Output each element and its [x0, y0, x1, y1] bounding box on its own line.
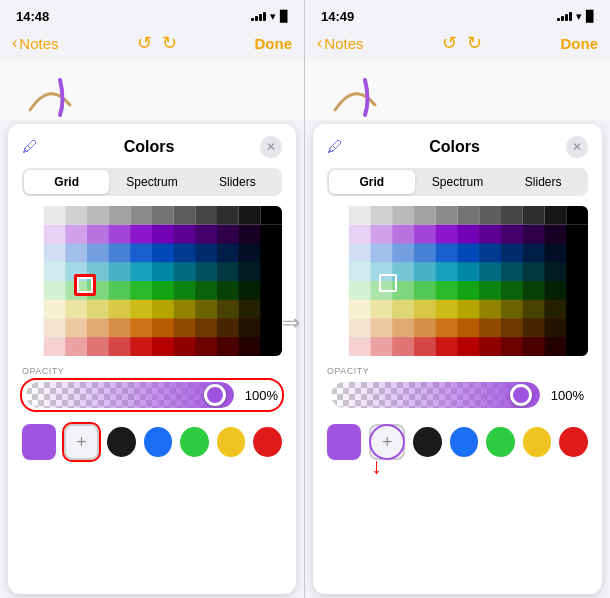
tab-spectrum-right[interactable]: Spectrum — [415, 170, 501, 194]
color-picker-right: 🖊 Colors ✕ Grid Spectrum Sliders OPACITY… — [313, 124, 602, 594]
tab-sliders-left[interactable]: Sliders — [195, 170, 280, 194]
picker-icon-right: 🖊 — [327, 138, 343, 156]
opacity-thumb-left[interactable] — [204, 384, 226, 406]
left-phone-panel: 14:48 ▾ ▉ ‹ Notes ↺ ↻ Done — [0, 0, 305, 598]
signal-bars-right — [557, 11, 572, 21]
swatch-purple-right[interactable] — [327, 424, 361, 460]
canvas-strokes-left — [0, 60, 304, 120]
add-swatch-button-right[interactable]: + — [369, 424, 405, 460]
status-bar-left: 14:48 ▾ ▉ — [0, 0, 304, 28]
undo-icon-right[interactable]: ↺ — [442, 32, 457, 54]
close-button-left[interactable]: ✕ — [260, 136, 282, 158]
signal-bars-left — [251, 11, 266, 21]
back-chevron-right: ‹ — [317, 34, 322, 52]
swatch-yellow-right[interactable] — [523, 427, 552, 457]
swatch-blue-right[interactable] — [450, 427, 479, 457]
opacity-gradient-left — [26, 382, 234, 408]
wifi-icon-left: ▾ — [270, 10, 276, 23]
swatches-row-left: + — [22, 424, 282, 460]
opacity-slider-left[interactable] — [26, 382, 234, 408]
picker-tabs-left: Grid Spectrum Sliders — [22, 168, 282, 196]
swatch-yellow-left[interactable] — [217, 427, 246, 457]
opacity-value-left: 100% — [242, 388, 278, 403]
status-time-left: 14:48 — [16, 9, 49, 24]
battery-icon-left: ▉ — [280, 10, 288, 23]
opacity-label-right: OPACITY — [327, 366, 588, 376]
redo-icon-left[interactable]: ↻ — [162, 32, 177, 54]
nav-bar-right: ‹ Notes ↺ ↻ Done — [305, 28, 610, 60]
opacity-label-left: OPACITY — [22, 366, 282, 376]
swatch-black-left[interactable] — [107, 427, 136, 457]
status-icons-right: ▾ ▉ — [557, 10, 594, 23]
swatch-green-right[interactable] — [486, 427, 515, 457]
canvas-area-left — [0, 60, 304, 120]
opacity-slider-right[interactable] — [331, 382, 540, 408]
status-bar-right: 14:49 ▾ ▉ — [305, 0, 610, 28]
nav-back-right[interactable]: ‹ Notes — [317, 34, 364, 52]
tab-grid-left[interactable]: Grid — [24, 170, 109, 194]
opacity-row-right[interactable]: 100% — [327, 380, 588, 410]
swatch-green-left[interactable] — [180, 427, 209, 457]
close-button-right[interactable]: ✕ — [566, 136, 588, 158]
redo-icon-right[interactable]: ↻ — [467, 32, 482, 54]
picker-header-right: 🖊 Colors ✕ — [327, 136, 588, 158]
color-grid-left[interactable] — [22, 206, 282, 356]
color-grid-right[interactable] — [327, 206, 588, 356]
swatch-add-container-right: + — [369, 424, 405, 460]
red-arrow-indicator: ↑ — [371, 456, 382, 482]
picker-tabs-right: Grid Spectrum Sliders — [327, 168, 588, 196]
tab-spectrum-left[interactable]: Spectrum — [109, 170, 194, 194]
canvas-area-right — [305, 60, 610, 120]
picker-title-right: Colors — [429, 138, 480, 156]
nav-back-left[interactable]: ‹ Notes — [12, 34, 59, 52]
color-canvas-left — [22, 206, 282, 356]
nav-actions-right: ↺ ↻ — [442, 32, 482, 54]
swatch-purple-left[interactable] — [22, 424, 56, 460]
wifi-icon-right: ▾ — [576, 10, 582, 23]
tab-sliders-right[interactable]: Sliders — [500, 170, 586, 194]
opacity-thumb-right[interactable] — [510, 384, 532, 406]
undo-icon-left[interactable]: ↺ — [137, 32, 152, 54]
picker-icon-left: 🖊 — [22, 138, 38, 156]
nav-title-right[interactable]: Notes — [324, 35, 363, 52]
tab-grid-right[interactable]: Grid — [329, 170, 415, 194]
opacity-value-right: 100% — [548, 388, 584, 403]
canvas-strokes-right — [305, 60, 610, 120]
swatch-black-right[interactable] — [413, 427, 442, 457]
opacity-row-left[interactable]: 100% — [22, 380, 282, 410]
nav-done-left[interactable]: Done — [254, 35, 292, 52]
status-icons-left: ▾ ▉ — [251, 10, 288, 23]
nav-actions-left: ↺ ↻ — [137, 32, 177, 54]
color-canvas-right — [327, 206, 588, 356]
swatch-red-right[interactable] — [559, 427, 588, 457]
back-chevron-left: ‹ — [12, 34, 17, 52]
picker-title-left: Colors — [124, 138, 175, 156]
right-phone-panel: 14:49 ▾ ▉ ‹ Notes ↺ ↻ Done — [305, 0, 610, 598]
add-swatch-icon-right: + — [382, 432, 393, 453]
status-time-right: 14:49 — [321, 9, 354, 24]
picker-header-left: 🖊 Colors ✕ — [22, 136, 282, 158]
nav-title-left[interactable]: Notes — [19, 35, 58, 52]
color-picker-left: 🖊 Colors ✕ Grid Spectrum Sliders OPACITY… — [8, 124, 296, 594]
nav-bar-left: ‹ Notes ↺ ↻ Done — [0, 28, 304, 60]
swatch-blue-left[interactable] — [144, 427, 173, 457]
swatches-row-right: + ↑ — [327, 424, 588, 460]
opacity-gradient-right — [331, 382, 540, 408]
nav-done-right[interactable]: Done — [560, 35, 598, 52]
swatch-red-left[interactable] — [253, 427, 282, 457]
add-swatch-icon-left: + — [76, 432, 87, 453]
divider-arrow: ⇒ — [282, 310, 300, 336]
battery-icon-right: ▉ — [586, 10, 594, 23]
add-swatch-button-left[interactable]: + — [64, 424, 99, 460]
